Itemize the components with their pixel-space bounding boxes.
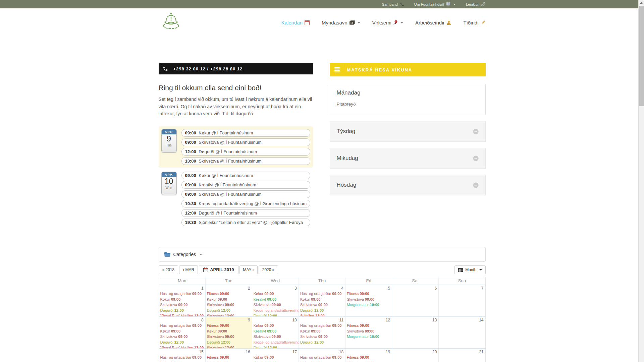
calendar-day-9[interactable]: 9Fitness 09:00Køkur 09:00Skrivstova 09:0…: [205, 317, 252, 348]
calendar-event[interactable]: Køkur 09:00: [159, 297, 205, 302]
prev-year-button[interactable]: « 2018: [159, 265, 178, 274]
calendar-event[interactable]: Svimjing 13:00: [299, 313, 345, 316]
calendar-event[interactable]: Fitness 09:00: [345, 355, 392, 360]
calendar-day-11[interactable]: 11Hús- og urtagarður 09:00Køkur 09:00Skr…: [299, 317, 345, 348]
menu-day-t-sdag[interactable]: Týsdag: [330, 121, 486, 142]
calendar-event[interactable]: Døgurði 12:00: [252, 345, 299, 348]
event-pill[interactable]: 09:00 Køkur @ Í Fountainhúsinum: [181, 129, 310, 137]
calendar-event[interactable]: Køkur 09:00: [299, 328, 345, 334]
calendar-day-1[interactable]: 1Hús- og urtagarður 09:00Køkur 09:00Skri…: [159, 285, 205, 316]
calendar-event[interactable]: Køkur 09:00: [299, 360, 345, 362]
calendar-event[interactable]: Morgunmatur 10:00: [345, 334, 392, 340]
fountain-logo-icon[interactable]: [161, 12, 181, 34]
calendar-event[interactable]: Hús- og urtagarður 09:00: [299, 291, 345, 297]
calendar-day-2[interactable]: 2Fitness 09:00Køkur 09:00Skrivstova 09:0…: [205, 285, 252, 316]
calendar-event[interactable]: Hús- og urtagarður 09:00: [299, 355, 345, 360]
calendar-event[interactable]: Døgurði 12:00: [299, 340, 345, 345]
calendar-event[interactable]: Døgurði 12:00: [299, 308, 345, 313]
calendar-event[interactable]: Køkur 09:00: [206, 328, 252, 334]
calendar-event[interactable]: "Royal Run" Venjing 13:00: [159, 345, 205, 348]
calendar-event[interactable]: Køkur 09:00: [299, 297, 345, 302]
topbar-link-leinkjur[interactable]: Leinkjur: [466, 2, 486, 6]
calendar-day-8[interactable]: 8Hús- og urtagarður 09:00Køkur 09:00Skri…: [159, 317, 205, 348]
event-pill[interactable]: 09:00 Skrivstova @ Í Fountainhúsinum: [181, 190, 311, 198]
calendar-event[interactable]: Krops- og andadráttsvenjing: [252, 308, 299, 313]
calendar-event[interactable]: Kreativt 09:00: [252, 297, 299, 302]
event-pill[interactable]: 10:30 Krops- og andadráttsvenjing @ Í Gr…: [181, 200, 311, 207]
calendar-day-13[interactable]: 13: [392, 317, 438, 348]
calendar-event[interactable]: Skrivstova 09:00: [206, 334, 252, 340]
calendar-event[interactable]: Døgurði 12:00: [159, 308, 205, 313]
calendar-event[interactable]: Døgurði 12:00: [206, 340, 252, 345]
topbar-link-um-fountainh-si[interactable]: Um Fountainhúsið: [414, 2, 456, 6]
calendar-event[interactable]: Køkur 09:00: [159, 328, 205, 334]
calendar-day-16[interactable]: 16Fitness 09:00Køkur 09:00Skrivstova 09:…: [205, 349, 252, 362]
calendar-event[interactable]: Hús- og urtagarður 09:00: [299, 323, 345, 328]
calendar-event[interactable]: Fitness 09:00: [206, 291, 252, 297]
nav-item-t-indi[interactable]: Tíðindi: [463, 20, 485, 25]
calendar-event[interactable]: Døgurði 12:00: [252, 313, 299, 316]
calendar-event[interactable]: Døgurði 12:00: [206, 308, 252, 313]
calendar-event[interactable]: Hús- og urtagarður 09:00: [159, 323, 205, 328]
calendar-event[interactable]: Skrivstova 09:00: [345, 360, 392, 362]
calendar-event[interactable]: Køkur 09:00: [159, 360, 205, 362]
event-pill[interactable]: 12:00 Døgurði @ Í Fountainhúsinum: [181, 148, 310, 156]
calendar-day-6[interactable]: 6: [392, 285, 438, 316]
calendar-event[interactable]: Skrivstova 09:00: [299, 302, 345, 308]
calendar-day-4[interactable]: 4Hús- og urtagarður 09:00Køkur 09:00Skri…: [299, 285, 345, 316]
calendar-event[interactable]: Fitness 09:00: [345, 291, 392, 297]
event-pill[interactable]: 09:00 Køkur @ Í Fountainhúsinum: [181, 172, 311, 179]
calendar-day-21[interactable]: 21: [438, 349, 485, 362]
current-month-button[interactable]: APRIL 2019: [199, 265, 238, 274]
calendar-event[interactable]: Skrivstova 09:00: [159, 334, 205, 340]
next-month-button[interactable]: MAY ›: [239, 265, 258, 274]
calendar-day-7[interactable]: 7: [438, 285, 485, 316]
calendar-day-12[interactable]: 12Fitness 09:00Skrivstova 09:00Morgunmat…: [345, 317, 392, 348]
calendar-event[interactable]: Skrivstova 09:00: [345, 297, 392, 302]
nav-item-arbei-seindir[interactable]: Arbeiðseindir: [415, 20, 451, 25]
nav-item-kalendari[interactable]: Kalendari: [281, 20, 310, 25]
topbar-link-samband[interactable]: Samband: [382, 2, 404, 6]
calendar-event[interactable]: Kreativt 09:00: [252, 328, 299, 334]
scrollbar-up-button[interactable]: [639, 0, 644, 6]
calendar-event[interactable]: Skrivstova 09:00: [345, 328, 392, 334]
calendar-event[interactable]: Skrivstova 09:00: [252, 334, 299, 340]
event-pill[interactable]: 19:30 Sjónleikur "Leitanin eftur at vera…: [181, 219, 311, 226]
calendar-day-14[interactable]: 14: [438, 317, 485, 348]
categories-dropdown[interactable]: Categories: [159, 247, 486, 262]
calendar-day-20[interactable]: 20: [392, 349, 438, 362]
calendar-day-15[interactable]: 15Hús- og urtagarður 09:00Køkur 09:00Skr…: [159, 349, 205, 362]
calendar-day-17[interactable]: 17Køkur 09:00Kreativt 09:00Skrivstova 09…: [252, 349, 299, 362]
browser-scrollbar[interactable]: [638, 0, 644, 362]
calendar-event[interactable]: Køkur 09:00: [252, 291, 299, 297]
calendar-event[interactable]: Krops- og andadráttsvenjing: [252, 340, 299, 345]
calendar-event[interactable]: Morgunmatur 10:00: [345, 302, 392, 308]
calendar-event[interactable]: Fitness 09:00: [206, 355, 252, 360]
scrollbar-thumb[interactable]: [639, 6, 644, 106]
calendar-event[interactable]: Hús- og urtagarður 09:00: [159, 355, 205, 360]
menu-day-mikudag[interactable]: Mikudag: [330, 148, 486, 169]
calendar-event[interactable]: Skrivstova 13:00: [206, 345, 252, 348]
calendar-day-5[interactable]: 5Fitness 09:00Skrivstova 09:00Morgunmatu…: [345, 285, 392, 316]
calendar-day-19[interactable]: 19Fitness 09:00Skrivstova 09:00Morgunmat…: [345, 349, 392, 362]
calendar-day-10[interactable]: 10Køkur 09:00Kreativt 09:00Skrivstova 09…: [252, 317, 299, 348]
calendar-event[interactable]: Skrivstova 13:00: [206, 313, 252, 316]
calendar-event[interactable]: Skrivstova 09:00: [206, 302, 252, 308]
calendar-event[interactable]: Køkur 09:00: [206, 297, 252, 302]
event-pill[interactable]: 09:00 Skrivstova @ Í Fountainhúsinum: [181, 138, 310, 146]
calendar-event[interactable]: Fitness 09:00: [206, 323, 252, 328]
calendar-event[interactable]: Hús- og urtagarður 09:00: [159, 291, 205, 297]
calendar-event[interactable]: Skrivstova 09:00: [159, 302, 205, 308]
prev-month-button[interactable]: ‹ MAR: [179, 265, 198, 274]
calendar-event[interactable]: Døgurði 12:00: [159, 340, 205, 345]
calendar-event[interactable]: Skrivstova 09:00: [252, 302, 299, 308]
menu-day-monday[interactable]: Mánadag Pitabreyð: [330, 84, 486, 115]
calendar-event[interactable]: Køkur 09:00: [252, 355, 299, 360]
event-pill[interactable]: 12:00 Døgurði @ Í Fountainhúsinum: [181, 209, 311, 217]
nav-item-virksemi[interactable]: Virksemi: [372, 20, 403, 25]
event-pill[interactable]: 13:00 Skrivstova @ Í Fountainhúsinum: [181, 157, 310, 165]
nav-item-myndasavn[interactable]: Myndasavn: [322, 20, 360, 25]
next-year-button[interactable]: 2020 »: [259, 265, 278, 274]
calendar-event[interactable]: Køkur 09:00: [206, 360, 252, 362]
event-pill[interactable]: 09:00 Kreativt @ Í Fountainhúsinum: [181, 181, 311, 189]
